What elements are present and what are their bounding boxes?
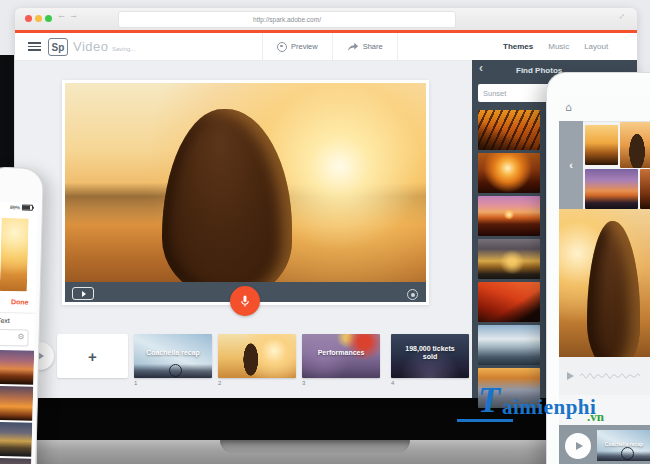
url-bar[interactable]: http://spark.adobe.com/ — [118, 11, 456, 28]
tablet-preview-photo[interactable] — [559, 209, 650, 357]
slide-1-number: 1 — [134, 380, 212, 386]
back-chevron-icon: ‹ — [569, 159, 573, 171]
photo-result-ocean-sun[interactable] — [478, 153, 540, 193]
slide-4-thumbnail[interactable]: 198,000 tickets sold — [391, 334, 469, 378]
tab-layout[interactable]: Layout — [584, 42, 608, 51]
tab-music[interactable]: Music — [548, 42, 569, 51]
slide-3-caption: Performances — [302, 334, 380, 372]
tablet-photo-dark-sunset[interactable] — [640, 169, 650, 209]
stage-photo-sunset-girl[interactable] — [65, 83, 426, 282]
watermark-initial: T — [478, 382, 500, 418]
timeline-slide-4: 198,000 tickets sold 4 — [391, 334, 469, 386]
tablet-photo-girl[interactable] — [620, 122, 650, 168]
spark-logo[interactable]: Sp — [48, 38, 68, 56]
tablet-photo-golden-sunset[interactable] — [585, 125, 618, 165]
photo-results-list — [478, 110, 540, 408]
panel-back-chevron-icon[interactable]: ‹ — [479, 62, 483, 74]
microphone-icon — [238, 294, 252, 308]
editor-nav: Themes Music Layout — [503, 33, 608, 60]
phone-status-bar: 89% — [10, 204, 33, 211]
gear-icon[interactable]: ⚙ — [17, 333, 24, 341]
watermark-text: aimienphi — [502, 395, 596, 420]
slide-1-caption: Coachella recap — [134, 334, 212, 372]
timeline-slide-3: Performances 3 — [302, 334, 380, 386]
done-button[interactable]: Done — [11, 298, 29, 305]
audio-play-icon[interactable] — [567, 372, 574, 380]
phone-photo-orange-sunset[interactable] — [0, 385, 33, 420]
tab-themes[interactable]: Themes — [503, 42, 533, 51]
watermark-underline — [457, 419, 513, 422]
preview-button[interactable]: Preview — [262, 33, 333, 60]
girl-silhouette — [587, 221, 640, 357]
slide-4-caption: 198,000 tickets sold — [396, 334, 464, 372]
phone-text-field[interactable]: ⚙ — [0, 329, 29, 347]
photo-result-golden-clouds[interactable] — [478, 239, 540, 279]
browser-forward-button[interactable]: → — [69, 11, 78, 20]
slide-duration-icon[interactable] — [407, 289, 418, 300]
saving-status: Saving... — [112, 46, 135, 52]
photo-result-fern-sunset[interactable] — [478, 110, 540, 150]
slide-1-thumbnail[interactable]: Coachella recap — [134, 334, 212, 378]
divider — [0, 312, 35, 314]
timeline: + Coachella recap 1 2 Performances 3 198… — [57, 334, 469, 386]
tablet-photo-purple-sky[interactable] — [585, 169, 638, 209]
timeline-slide-2: 2 — [218, 334, 296, 386]
close-window-button[interactable] — [25, 15, 32, 22]
slide-3-thumbnail[interactable]: Performances — [302, 334, 380, 378]
record-mic-button[interactable] — [230, 286, 260, 316]
photo-result-purple-sunset[interactable] — [478, 196, 540, 236]
stage-play-button[interactable] — [72, 287, 94, 300]
phone-device: 89% Done Text ⚙ — [0, 166, 44, 464]
slide-2-caption — [218, 334, 296, 372]
watermark-domain: .vn — [587, 409, 604, 425]
play-icon — [576, 442, 583, 450]
phone-photo-dark-clouds[interactable] — [0, 421, 32, 456]
phone-preview-photo[interactable] — [0, 218, 29, 292]
home-icon[interactable]: ⌂ — [565, 102, 572, 113]
photo-result-red-sky[interactable] — [478, 282, 540, 322]
text-label: Text — [0, 317, 10, 324]
waveform-icon — [580, 369, 640, 383]
laptop-base-notch — [220, 440, 410, 453]
slide-3-number: 3 — [302, 380, 380, 386]
share-button[interactable]: Share — [333, 33, 398, 60]
zoom-window-button[interactable] — [45, 15, 52, 22]
phone-photo-list — [0, 349, 34, 464]
phone-photo-silhouette[interactable] — [0, 457, 31, 464]
preview-label: Preview — [291, 42, 318, 51]
tablet-play-button[interactable] — [565, 433, 591, 459]
share-label: Share — [363, 42, 383, 51]
girl-silhouette — [162, 109, 292, 282]
browser-back-button[interactable]: ← — [57, 11, 66, 20]
app-title: Video — [73, 39, 109, 54]
slide-2-thumbnail[interactable] — [218, 334, 296, 378]
battery-icon — [22, 204, 33, 210]
tablet-top-bar: ⌂ — [559, 97, 650, 122]
toolbar-actions: Preview Share — [262, 33, 398, 60]
minimize-window-button[interactable] — [35, 15, 42, 22]
watermark: T aimienphi .vn — [452, 382, 650, 432]
tablet-slide-caption: Coachella recap — [597, 430, 650, 457]
slide-2-number: 2 — [218, 380, 296, 386]
menu-button[interactable] — [28, 42, 41, 51]
share-arrow-icon — [347, 42, 359, 52]
photo-result-blue-clouds[interactable] — [478, 325, 540, 365]
tablet-back-rail[interactable]: ‹ — [559, 121, 583, 209]
add-slide-button[interactable]: + — [57, 334, 128, 378]
play-icon — [82, 291, 86, 297]
timeline-slide-1: Coachella recap 1 — [134, 334, 212, 386]
phone-photo-purple-sunset[interactable] — [0, 349, 34, 384]
preview-eye-icon — [277, 42, 287, 52]
tablet-slide-thumbnail[interactable]: Coachella recap — [597, 430, 650, 461]
phone-screen: 89% Done Text ⚙ — [0, 202, 38, 464]
page-root: ← → http://spark.adobe.com/ ↕ Sp Video S… — [0, 0, 650, 464]
battery-percent: 89% — [10, 204, 20, 210]
